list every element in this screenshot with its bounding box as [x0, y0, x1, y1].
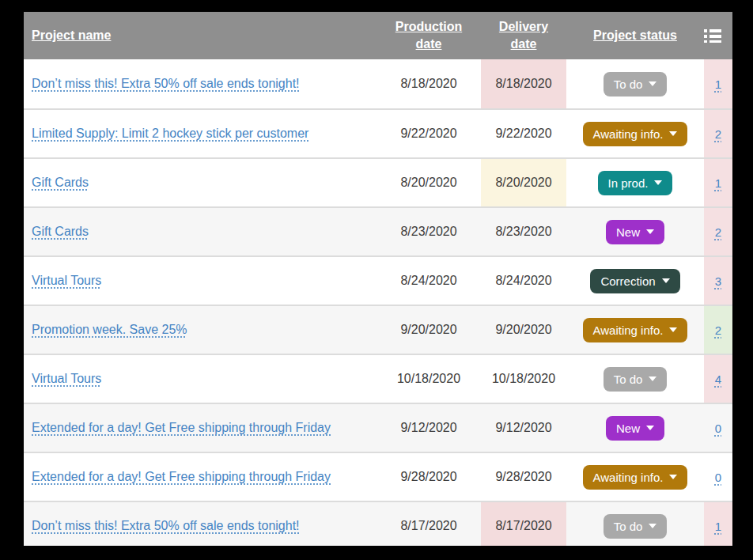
production-date-cell: 8/20/2020: [376, 159, 481, 206]
project-status-cell: Awaiting info.: [566, 453, 704, 501]
caret-down-icon: [646, 426, 654, 430]
count-cell: 2: [704, 208, 732, 255]
count-link[interactable]: 1: [715, 78, 721, 91]
table-row: Gift Cards 8/20/2020 8/20/2020 In prod. …: [24, 157, 732, 206]
column-header-project-status[interactable]: Project status: [593, 27, 677, 44]
status-label: Awaiting info.: [593, 128, 664, 140]
project-name-cell: Extended for a day! Get Free shipping th…: [24, 404, 376, 452]
project-name-link[interactable]: Virtual Tours: [32, 274, 101, 288]
delivery-date-cell: 10/18/2020: [481, 355, 566, 403]
project-name-link[interactable]: Virtual Tours: [32, 372, 101, 386]
status-dropdown[interactable]: Awaiting info.: [583, 465, 688, 490]
project-name-link[interactable]: Gift Cards: [32, 176, 89, 190]
count-cell: 0: [704, 453, 732, 501]
status-dropdown[interactable]: To do: [604, 72, 668, 96]
project-status-cell: To do: [566, 502, 704, 546]
project-status-cell: New: [566, 208, 704, 255]
count-cell: 2: [704, 306, 732, 354]
production-date-cell: 9/22/2020: [376, 110, 481, 157]
table-row: Gift Cards 8/23/2020 8/23/2020 New 2: [24, 206, 732, 255]
list-icon[interactable]: [704, 28, 721, 43]
count-cell: 1: [704, 159, 732, 206]
project-name-link[interactable]: Promotion week. Save 25%: [32, 323, 187, 337]
status-dropdown[interactable]: New: [606, 220, 664, 244]
count-link[interactable]: 1: [715, 520, 721, 533]
production-date-cell: 8/24/2020: [376, 257, 481, 305]
table-row: Extended for a day! Get Free shipping th…: [24, 403, 732, 452]
project-name-cell: Gift Cards: [24, 159, 376, 206]
caret-down-icon: [669, 327, 677, 332]
status-label: To do: [614, 520, 643, 532]
project-name-link[interactable]: Limited Supply: Limit 2 hockey stick per…: [32, 127, 308, 141]
project-status-cell: Awaiting info.: [566, 110, 704, 157]
count-link[interactable]: 2: [715, 127, 721, 141]
project-name-cell: Virtual Tours: [24, 257, 376, 305]
project-status-cell: In prod.: [566, 159, 704, 206]
status-dropdown[interactable]: Awaiting info.: [583, 122, 688, 146]
caret-down-icon: [654, 180, 662, 185]
delivery-date-cell: 9/20/2020: [481, 306, 566, 354]
count-link[interactable]: 2: [715, 324, 721, 337]
count-link[interactable]: 1: [715, 176, 721, 190]
project-name-cell: Don’t miss this! Extra 50% off sale ends…: [24, 502, 376, 546]
production-date-cell: 8/17/2020: [376, 502, 481, 546]
count-cell: 4: [704, 355, 732, 403]
table-row: Don’t miss this! Extra 50% off sale ends…: [24, 501, 732, 546]
project-name-link[interactable]: Don’t miss this! Extra 50% off sale ends…: [32, 77, 300, 91]
column-header-delivery-date[interactable]: Delivery date: [496, 18, 551, 54]
delivery-date-cell: 8/18/2020: [481, 59, 566, 108]
count-link[interactable]: 0: [715, 422, 721, 435]
caret-down-icon: [649, 524, 657, 528]
count-link[interactable]: 2: [715, 225, 721, 239]
delivery-date-cell: 8/24/2020: [481, 257, 566, 305]
count-cell: 0: [704, 404, 732, 452]
caret-down-icon: [669, 475, 677, 479]
project-status-cell: Awaiting info.: [566, 306, 704, 354]
table-row: Don’t miss this! Extra 50% off sale ends…: [24, 59, 732, 108]
caret-down-icon: [649, 81, 657, 86]
count-link[interactable]: 0: [715, 471, 721, 484]
column-header-project-name-cell: Project name: [24, 12, 376, 59]
production-date-cell: 9/12/2020: [376, 404, 481, 452]
table-row: Virtual Tours 10/18/2020 10/18/2020 To d…: [24, 354, 732, 403]
projects-table: Project name Production date Delivery da…: [24, 12, 732, 546]
status-dropdown[interactable]: In prod.: [598, 171, 673, 195]
count-cell: 2: [704, 110, 732, 157]
project-status-cell: To do: [566, 59, 704, 108]
column-header-production-date[interactable]: Production date: [392, 18, 467, 54]
delivery-date-cell: 8/17/2020: [481, 502, 566, 546]
status-label: New: [616, 226, 640, 238]
count-link[interactable]: 3: [715, 274, 721, 288]
project-name-cell: Promotion week. Save 25%: [24, 306, 376, 354]
project-name-link[interactable]: Extended for a day! Get Free shipping th…: [32, 470, 331, 484]
project-status-cell: To do: [566, 355, 704, 403]
status-dropdown[interactable]: Awaiting info.: [583, 318, 688, 342]
status-dropdown[interactable]: To do: [604, 514, 668, 539]
table-header: Project name Production date Delivery da…: [24, 12, 732, 59]
production-date-cell: 8/18/2020: [376, 59, 481, 108]
column-header-project-name[interactable]: Project name: [32, 27, 111, 44]
project-name-link[interactable]: Gift Cards: [32, 225, 89, 239]
project-name-link[interactable]: Extended for a day! Get Free shipping th…: [32, 421, 331, 435]
status-label: In prod.: [608, 177, 649, 189]
status-dropdown[interactable]: To do: [604, 367, 668, 392]
project-name-cell: Gift Cards: [24, 208, 376, 255]
project-status-cell: Correction: [566, 257, 704, 305]
delivery-date-cell: 9/12/2020: [481, 404, 566, 452]
delivery-date-cell: 8/20/2020: [481, 159, 566, 206]
status-label: Awaiting info.: [593, 471, 664, 483]
project-name-cell: Virtual Tours: [24, 355, 376, 403]
production-date-cell: 9/20/2020: [376, 306, 481, 354]
caret-down-icon: [646, 229, 654, 234]
count-link[interactable]: 4: [715, 373, 721, 386]
delivery-date-cell: 8/23/2020: [481, 208, 566, 255]
table-body: Don’t miss this! Extra 50% off sale ends…: [24, 59, 732, 546]
project-name-link[interactable]: Don’t miss this! Extra 50% off sale ends…: [32, 519, 300, 533]
status-dropdown[interactable]: Correction: [590, 269, 679, 293]
table-row: Limited Supply: Limit 2 hockey stick per…: [24, 108, 732, 157]
status-dropdown[interactable]: New: [606, 416, 664, 441]
project-name-cell: Extended for a day! Get Free shipping th…: [24, 453, 376, 501]
status-label: To do: [614, 373, 643, 385]
status-label: Awaiting info.: [593, 324, 664, 336]
count-cell: 1: [704, 502, 732, 546]
